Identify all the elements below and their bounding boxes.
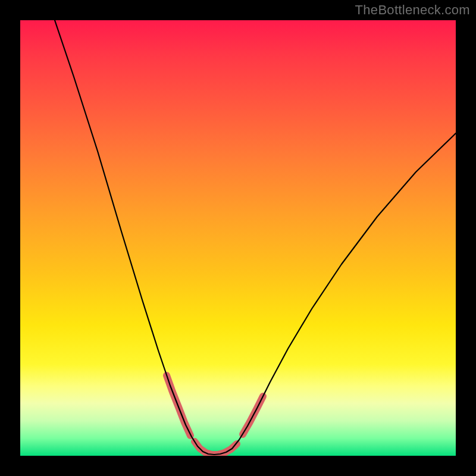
curve-svg — [20, 20, 456, 456]
plot-area — [20, 20, 456, 456]
watermark-text: TheBottleneck.com — [355, 2, 470, 18]
curve-line — [55, 20, 456, 455]
highlight-bottom — [195, 441, 237, 455]
chart-stage: TheBottleneck.com — [0, 0, 476, 476]
